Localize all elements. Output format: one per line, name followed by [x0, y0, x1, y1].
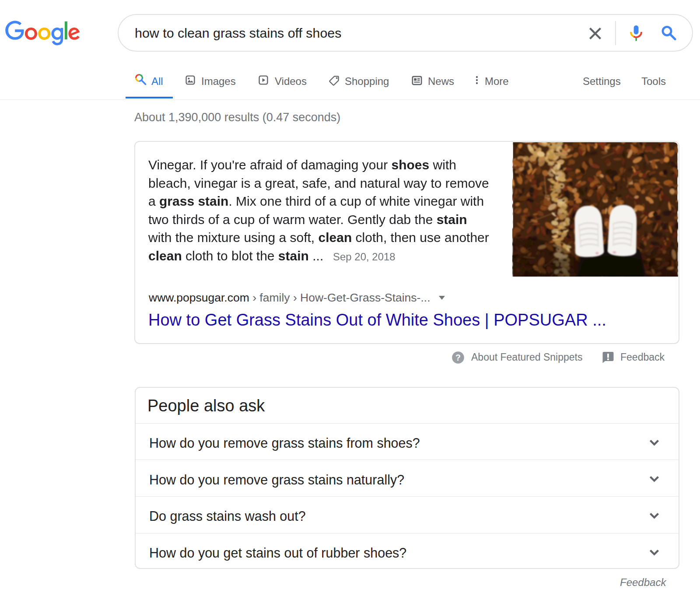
svg-text:?: ? — [455, 353, 461, 362]
